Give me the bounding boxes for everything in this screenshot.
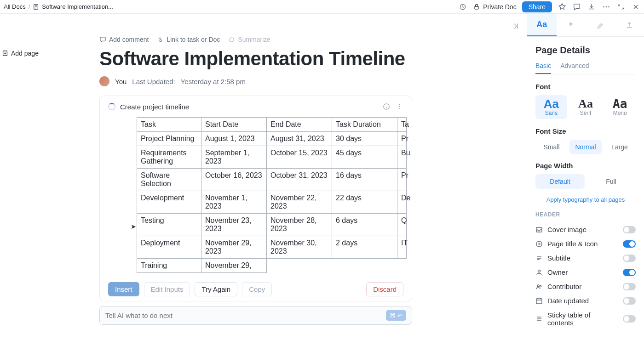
shortcut-badge[interactable]: ⌘ ↵: [386, 310, 406, 321]
switch-dateupdated[interactable]: [623, 297, 636, 305]
switch-toc[interactable]: [623, 315, 636, 323]
table-cell[interactable]: 16 days: [332, 169, 397, 191]
font-mono[interactable]: AaMono: [604, 95, 636, 119]
ai-card: Create project timeline Task Start Date …: [99, 96, 412, 301]
table-cell[interactable]: 22 days: [332, 191, 397, 214]
table-cell[interactable]: Testing: [137, 214, 201, 236]
table-cell[interactable]: 2 days: [332, 236, 397, 259]
table-cell[interactable]: November 30, 2023: [267, 236, 332, 259]
toggle-dateupdated: Date updated: [535, 294, 636, 308]
author-name[interactable]: You: [115, 78, 126, 85]
breadcrumb-doc[interactable]: Software Implementation...: [42, 3, 113, 10]
table-cell[interactable]: Software Selection: [137, 169, 201, 191]
ai-actions: Insert Edit Inputs Try Again Copy Discar…: [100, 278, 412, 301]
width-full[interactable]: Full: [586, 174, 636, 189]
avatar[interactable]: [99, 76, 109, 86]
table-cell[interactable]: IT: [397, 236, 407, 259]
table-cell[interactable]: August 1, 2023: [201, 132, 267, 146]
switch-subtitle[interactable]: [623, 255, 636, 262]
table-cell[interactable]: November 1, 2023: [201, 191, 267, 214]
add-comment-button[interactable]: Add comment: [99, 36, 149, 43]
apply-typography-link[interactable]: Apply typography to all pages: [535, 196, 636, 203]
add-page-button[interactable]: Add page: [2, 50, 39, 57]
doc-meta: You Last Updated: Yesterday at 2:58 pm: [99, 76, 412, 86]
tab-styles[interactable]: [586, 14, 615, 36]
font-size-label: Font Size: [535, 127, 636, 135]
share-button[interactable]: Share: [522, 1, 552, 12]
link-task-label: Link to task or Doc: [167, 36, 220, 43]
svg-rect-2: [475, 6, 478, 9]
close-icon[interactable]: [631, 2, 640, 11]
table-cell[interactable]: De: [397, 191, 407, 214]
table-cell[interactable]: 6 days: [332, 214, 397, 236]
subtab-basic[interactable]: Basic: [535, 62, 551, 74]
panel-subtabs: Basic Advanced: [535, 62, 636, 74]
link-task-button[interactable]: Link to task or Doc: [157, 36, 220, 43]
tab-export[interactable]: [615, 14, 644, 36]
table-cell[interactable]: Project Planning: [137, 132, 201, 146]
discard-button[interactable]: Discard: [366, 282, 403, 296]
edit-inputs-button[interactable]: Edit Inputs: [144, 282, 190, 296]
table-cell[interactable]: October 15, 2023: [267, 146, 332, 169]
switch-cover[interactable]: [623, 226, 636, 233]
svg-point-15: [537, 285, 539, 287]
size-small[interactable]: Small: [535, 140, 568, 154]
ai-input-row[interactable]: ⌘ ↵: [99, 306, 412, 325]
table-cell[interactable]: November 23, 2023: [201, 214, 267, 236]
page-title[interactable]: Software Implementation Timeline: [99, 48, 412, 70]
table-cell[interactable]: 45 days: [332, 146, 397, 169]
table-cell[interactable]: September 1, 2023: [201, 146, 267, 169]
table-cell[interactable]: Bu: [397, 146, 407, 169]
more-icon[interactable]: [602, 2, 611, 11]
table-row: TestingNovember 23, 2023November 28, 202…: [137, 214, 407, 236]
font-serif[interactable]: AaSerif: [570, 95, 602, 119]
table-cell[interactable]: Q: [397, 214, 407, 236]
font-sans[interactable]: AaSans: [535, 95, 567, 119]
table-cell[interactable]: November 28, 2023: [267, 214, 332, 236]
try-again-button[interactable]: Try Again: [195, 282, 237, 296]
insert-button[interactable]: Insert: [108, 282, 139, 296]
info-icon[interactable]: [382, 102, 391, 111]
toggle-pagetitle: Page title & Icon: [535, 237, 636, 251]
comment-icon[interactable]: [572, 2, 581, 11]
privacy-button[interactable]: Private Doc: [473, 3, 516, 11]
table-cell[interactable]: November 22, 2023: [267, 191, 332, 214]
size-normal[interactable]: Normal: [569, 140, 602, 154]
ai-more-icon[interactable]: [395, 102, 403, 111]
table-cell[interactable]: August 31, 2023: [267, 132, 332, 146]
switch-pagetitle[interactable]: [623, 240, 636, 248]
table-cell[interactable]: November 29, 2023: [201, 236, 267, 259]
table-cell[interactable]: Pr: [397, 132, 407, 146]
table-cell[interactable]: Requirements Gathering: [137, 146, 201, 169]
subtitle-icon: [535, 255, 543, 262]
page-width-options: Default Full: [535, 174, 636, 189]
table-cell[interactable]: Training: [137, 259, 201, 273]
tab-ai-settings[interactable]: [557, 14, 586, 36]
switch-owner[interactable]: [623, 269, 636, 276]
tab-typography[interactable]: Aa: [527, 14, 557, 36]
summarize-button[interactable]: Summarize: [228, 36, 270, 43]
table-cell[interactable]: 30 days: [332, 132, 397, 146]
table-cell[interactable]: October 16, 2023: [201, 169, 267, 191]
font-size-options: Small Normal Large: [535, 140, 636, 154]
switch-contributor[interactable]: [623, 283, 636, 290]
breadcrumb-root[interactable]: All Docs: [4, 3, 26, 10]
collapse-icon[interactable]: [616, 2, 626, 11]
page-width-label: Page Width: [535, 162, 636, 170]
copy-button[interactable]: Copy: [242, 282, 272, 296]
panel-collapse-icon[interactable]: [512, 22, 520, 32]
history-icon[interactable]: [458, 2, 467, 11]
table-cell[interactable]: Pr: [397, 169, 407, 191]
image-icon: [535, 226, 543, 233]
table-cell[interactable]: Development: [137, 191, 201, 214]
star-icon[interactable]: [558, 2, 567, 11]
subtab-advanced[interactable]: Advanced: [560, 62, 589, 74]
table-cell[interactable]: Deployment: [137, 236, 201, 259]
table-cell[interactable]: October 31, 2023: [267, 169, 332, 191]
size-large[interactable]: Large: [604, 140, 636, 154]
width-default[interactable]: Default: [535, 174, 585, 189]
privacy-label: Private Doc: [483, 3, 516, 11]
table-cell[interactable]: November 29,: [201, 259, 267, 273]
ai-input[interactable]: [105, 312, 381, 319]
download-icon[interactable]: [587, 2, 596, 11]
